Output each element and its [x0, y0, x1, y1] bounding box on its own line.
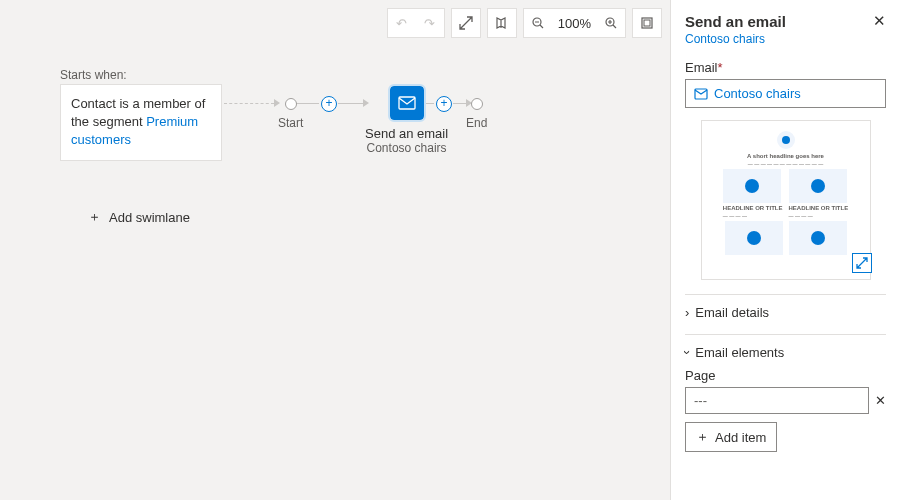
email-icon	[390, 86, 424, 120]
journey-canvas[interactable]: ↶ ↷ 100% Starts when:	[0, 0, 670, 500]
zoom-in-button[interactable]	[597, 9, 625, 37]
email-field-label: Email*	[685, 60, 886, 75]
close-icon[interactable]: ✕	[873, 12, 886, 30]
zoom-out-button[interactable]	[524, 9, 552, 37]
start-label: Start	[278, 116, 303, 130]
email-preview[interactable]: A short headline goes here — — — — — — —…	[701, 120, 871, 280]
end-label: End	[466, 116, 487, 130]
connector	[224, 103, 274, 104]
svg-rect-4	[399, 97, 415, 109]
panel-subtitle[interactable]: Contoso chairs	[685, 32, 886, 46]
end-node[interactable]: End	[466, 98, 487, 130]
add-step-button[interactable]: +	[436, 96, 452, 112]
zoom-level: 100%	[552, 9, 597, 37]
canvas-toolbar: ↶ ↷ 100%	[387, 8, 662, 38]
trigger-card[interactable]: Contact is a member of the segment Premi…	[60, 84, 222, 161]
start-icon	[285, 98, 297, 110]
add-swimlane-button[interactable]: ＋ Add swimlane	[88, 208, 190, 226]
plus-icon: ＋	[88, 208, 101, 226]
trigger-label: Starts when:	[60, 68, 127, 82]
email-node-title: Send an email	[365, 126, 448, 141]
email-elements-section[interactable]: › Email elements	[685, 334, 886, 360]
connector	[338, 103, 363, 104]
fit-button[interactable]	[633, 9, 661, 37]
minimap-button[interactable]	[488, 9, 516, 37]
properties-panel: Send an email ✕ Contoso chairs Email* Co…	[670, 0, 900, 500]
panel-title: Send an email	[685, 13, 786, 30]
email-picker-value: Contoso chairs	[714, 86, 801, 101]
add-swimlane-label: Add swimlane	[109, 210, 190, 225]
email-node-sub: Contoso chairs	[365, 141, 448, 155]
svg-rect-3	[644, 20, 650, 26]
email-node[interactable]: Send an email Contoso chairs	[365, 86, 448, 155]
email-details-section[interactable]: › Email details	[685, 294, 886, 320]
clear-icon[interactable]: ✕	[875, 393, 886, 408]
undo-button[interactable]: ↶	[388, 9, 416, 37]
add-item-button[interactable]: ＋ Add item	[685, 422, 777, 452]
expand-button[interactable]	[452, 9, 480, 37]
mail-icon	[694, 88, 708, 100]
end-icon	[471, 98, 483, 110]
chevron-right-icon: ›	[685, 305, 689, 320]
page-label: Page	[685, 368, 886, 383]
page-input[interactable]: ---	[685, 387, 869, 414]
start-node[interactable]: Start	[278, 98, 303, 130]
preview-headline: A short headline goes here	[710, 153, 862, 159]
chevron-down-icon: ›	[680, 350, 695, 354]
redo-button[interactable]: ↷	[416, 9, 444, 37]
preview-expand-button[interactable]	[852, 253, 872, 273]
connector	[453, 103, 466, 104]
plus-icon: ＋	[696, 428, 709, 446]
add-step-button[interactable]: +	[321, 96, 337, 112]
email-picker[interactable]: Contoso chairs	[685, 79, 886, 108]
